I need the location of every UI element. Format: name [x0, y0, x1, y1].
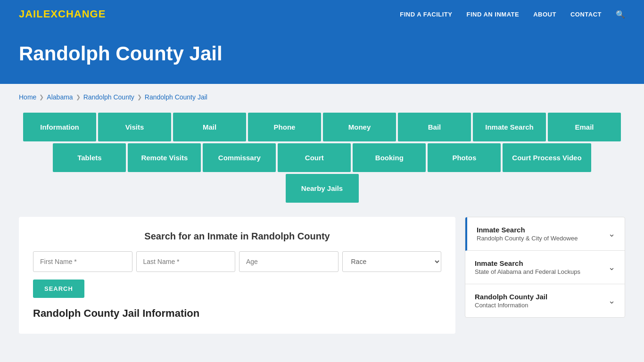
sidebar-item-inmate-search-state[interactable]: Inmate Search State of Alabama and Feder…	[465, 251, 625, 284]
logo-exchange: EXCHANGE	[43, 8, 106, 20]
sidebar-item-inmate-search-local[interactable]: Inmate Search Randolph County & City of …	[465, 217, 625, 251]
btn-commissary[interactable]: Commissary	[203, 143, 276, 172]
btn-tablets[interactable]: Tablets	[53, 143, 126, 172]
main-layout: Search for an Inmate in Randolph County …	[19, 217, 625, 334]
breadcrumb-current: Randolph County Jail	[145, 93, 207, 101]
main-section: Search for an Inmate in Randolph County …	[19, 217, 455, 334]
btn-bail[interactable]: Bail	[398, 113, 471, 141]
btn-nearby-jails[interactable]: Nearby Jails	[286, 174, 359, 203]
btn-information[interactable]: Information	[23, 113, 96, 141]
breadcrumb-sep-1: ❯	[39, 94, 44, 100]
btn-phone[interactable]: Phone	[248, 113, 321, 141]
nav-buttons-grid: Information Visits Mail Phone Money Bail…	[19, 113, 625, 203]
page-title: Randolph County Jail	[19, 42, 625, 65]
logo-jail: JAIL	[19, 8, 43, 20]
btn-photos[interactable]: Photos	[428, 143, 501, 172]
sidebar: Inmate Search Randolph County & City of …	[465, 217, 625, 318]
search-button[interactable]: SEARCH	[33, 280, 84, 298]
chevron-down-icon-1: ⌄	[608, 262, 615, 272]
btn-remote-visits[interactable]: Remote Visits	[128, 143, 201, 172]
search-section-title: Search for an Inmate in Randolph County	[33, 231, 441, 242]
sidebar-item-title-0: Inmate Search	[477, 226, 578, 234]
breadcrumb-alabama[interactable]: Alabama	[47, 93, 73, 101]
btn-court-process-video[interactable]: Court Process Video	[503, 143, 591, 172]
breadcrumb-sep-3: ❯	[137, 94, 142, 100]
last-name-input[interactable]	[136, 251, 236, 272]
age-input[interactable]	[239, 251, 339, 272]
breadcrumb-randolph-county[interactable]: Randolph County	[83, 93, 134, 101]
nav-find-inmate[interactable]: FIND AN INMATE	[466, 11, 519, 18]
sidebar-item-sub-1: State of Alabama and Federal Lockups	[475, 268, 580, 275]
sidebar-item-title-2: Randolph County Jail	[475, 293, 547, 301]
first-name-input[interactable]	[33, 251, 132, 272]
btn-court[interactable]: Court	[278, 143, 351, 172]
btn-email[interactable]: Email	[548, 113, 621, 141]
header: JAILEXCHANGE FIND A FACILITY FIND AN INM…	[0, 0, 644, 28]
nav-contact[interactable]: CONTACT	[570, 11, 602, 18]
nav-find-facility[interactable]: FIND A FACILITY	[400, 11, 452, 18]
info-section-title: Randolph County Jail Information	[33, 307, 441, 320]
nav-about[interactable]: ABOUT	[533, 11, 556, 18]
race-select[interactable]: Race White Black Hispanic Asian Other	[342, 251, 442, 272]
search-icon[interactable]: 🔍	[616, 10, 625, 19]
breadcrumb-sep-2: ❯	[76, 94, 81, 100]
logo[interactable]: JAILEXCHANGE	[19, 8, 106, 20]
btn-visits[interactable]: Visits	[98, 113, 171, 141]
sidebar-item-sub-0: Randolph County & City of Wedowee	[477, 235, 578, 242]
chevron-down-icon-0: ⌄	[608, 229, 615, 239]
content-area: Home ❯ Alabama ❯ Randolph County ❯ Rando…	[0, 84, 644, 348]
sidebar-item-sub-2: Contact Information	[475, 302, 547, 309]
btn-money[interactable]: Money	[323, 113, 396, 141]
breadcrumb: Home ❯ Alabama ❯ Randolph County ❯ Rando…	[19, 93, 625, 101]
hero-section: Randolph County Jail	[0, 28, 644, 84]
chevron-down-icon-2: ⌄	[608, 296, 615, 306]
search-form: Race White Black Hispanic Asian Other	[33, 251, 441, 272]
sidebar-item-contact-info[interactable]: Randolph County Jail Contact Information…	[465, 284, 625, 317]
main-nav: FIND A FACILITY FIND AN INMATE ABOUT CON…	[400, 10, 625, 19]
btn-booking[interactable]: Booking	[353, 143, 426, 172]
breadcrumb-home[interactable]: Home	[19, 93, 36, 101]
btn-mail[interactable]: Mail	[173, 113, 246, 141]
sidebar-item-title-1: Inmate Search	[475, 259, 580, 267]
btn-inmate-search[interactable]: Inmate Search	[473, 113, 546, 141]
